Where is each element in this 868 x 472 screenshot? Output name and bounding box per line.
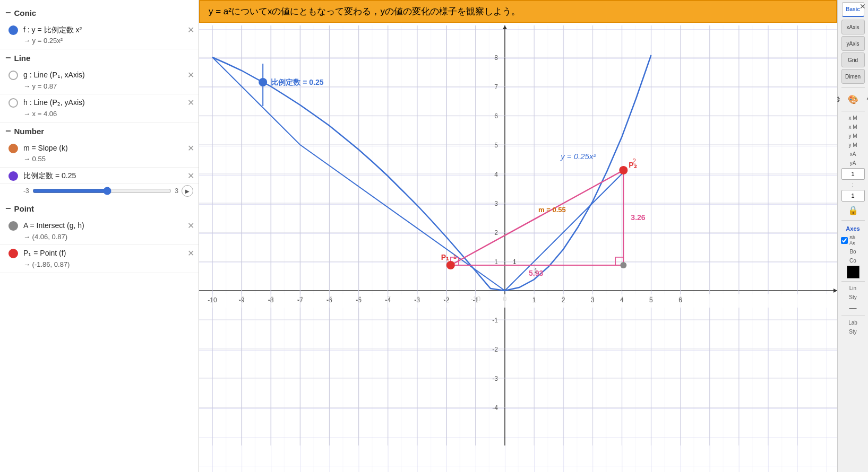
- divider-4: [841, 281, 865, 282]
- content-f: f : y = 比例定数 x² → y = 0.25x²: [23, 24, 193, 47]
- svg-text:3: 3: [494, 200, 498, 207]
- line-label: Line: [14, 54, 31, 63]
- close-P1[interactable]: ✕: [187, 248, 194, 258]
- sublabel-f: → y = 0.25x²: [23, 36, 193, 47]
- section-line[interactable]: − Line: [0, 49, 199, 67]
- slider-ratio-row: -3 3 ▶: [0, 184, 199, 200]
- input-val2[interactable]: [841, 190, 865, 202]
- line-dash-icon: —: [848, 302, 858, 313]
- label-xA: xA: [838, 150, 868, 158]
- divider-1: [841, 87, 865, 88]
- close-ratio[interactable]: ✕: [187, 171, 194, 181]
- tab-xaxis[interactable]: xAxis: [841, 20, 865, 34]
- slider-max: 3: [175, 187, 178, 195]
- dot-g: [8, 71, 18, 80]
- graph-svg[interactable]: -10 0: [199, 0, 837, 472]
- color-box[interactable]: [847, 266, 860, 278]
- main-graph-area[interactable]: y = a²についてxの値にともなって変わる，yの値の変化の様子を観察しよう。 …: [199, 0, 837, 472]
- paint-icon[interactable]: 🎨: [846, 92, 861, 107]
- tab-dimen[interactable]: Dimen: [841, 69, 865, 84]
- point-dash: −: [5, 203, 11, 214]
- svg-text:m = 0.55: m = 0.55: [538, 206, 566, 214]
- label-xmin: x M: [838, 114, 868, 122]
- svg-point-108: [620, 262, 626, 268]
- dot-h: [8, 98, 18, 108]
- close-A[interactable]: ✕: [187, 221, 194, 231]
- label-ymin: y M: [838, 132, 868, 140]
- close-right-panel[interactable]: ✕: [860, 2, 866, 11]
- svg-text:1: 1: [513, 258, 517, 266]
- colon-label: :: [838, 181, 868, 189]
- svg-text:4: 4: [494, 171, 498, 178]
- svg-point-94: [259, 78, 267, 86]
- svg-text:1: 1: [453, 254, 457, 260]
- lab-sty-label: Sty: [838, 328, 868, 336]
- section-conic[interactable]: − Conic: [0, 4, 199, 22]
- close-f[interactable]: ✕: [187, 25, 194, 35]
- left-panel: − Conic f : y = 比例定数 x² → y = 0.25x² ✕ −…: [0, 0, 199, 472]
- label-xmax: x M: [838, 123, 868, 131]
- close-g[interactable]: ✕: [187, 70, 194, 80]
- divider-5: [841, 316, 865, 316]
- label-yA: yA: [838, 159, 868, 167]
- show-axes-label: ShAx: [849, 235, 855, 246]
- input-val1[interactable]: [841, 168, 865, 180]
- tab-grid[interactable]: Grid: [841, 53, 865, 67]
- svg-text:1: 1: [532, 296, 536, 304]
- number-label: Number: [14, 127, 45, 136]
- svg-text:7: 7: [494, 83, 498, 91]
- svg-text:5: 5: [494, 142, 498, 149]
- svg-text:2: 2: [562, 296, 565, 304]
- svg-text:5: 5: [649, 296, 653, 304]
- svg-text:比例定数 = 0.25: 比例定数 = 0.25: [271, 78, 323, 86]
- dot-f: [8, 25, 18, 35]
- svg-text:-1: -1: [492, 317, 498, 324]
- wave-icon[interactable]: ∿: [862, 92, 869, 107]
- banner-text: y = a²についてxの値にともなって変わる，yの値の変化の様子を観察しよう。: [209, 6, 520, 16]
- banner: y = a²についてxの値にともなって変わる，yの値の変化の様子を観察しよう。: [199, 0, 837, 23]
- show-axes-checkbox[interactable]: ShAx: [838, 234, 868, 247]
- close-m[interactable]: ✕: [187, 143, 194, 153]
- content-h: h : Line (P₂, yAxis) → x = 4.06: [23, 97, 193, 119]
- play-button[interactable]: ▶: [182, 185, 193, 197]
- sublabel-m: → 0.55: [23, 154, 193, 165]
- section-point[interactable]: − Point: [0, 200, 199, 217]
- lock-icon[interactable]: 🔒: [846, 203, 861, 217]
- point-label: Point: [14, 204, 35, 213]
- content-m: m = Slope (k) → 0.55: [23, 142, 193, 165]
- svg-text:-3: -3: [492, 375, 498, 382]
- show-axes-input[interactable]: [841, 237, 848, 244]
- content-ratio: 比例定数 = 0.25: [23, 170, 193, 181]
- svg-text:-4: -4: [492, 404, 498, 412]
- svg-text:2: 2: [632, 158, 636, 165]
- number-dash: −: [5, 126, 11, 137]
- conic-dash: −: [5, 7, 11, 19]
- dot-A: [8, 221, 18, 231]
- svg-text:P₁: P₁: [441, 253, 449, 261]
- item-m: m = Slope (k) → 0.55 ✕: [0, 140, 199, 168]
- section-number[interactable]: − Number: [0, 123, 199, 140]
- right-panel: Basic ✕ xAxis yAxis Grid Dimen ⚙ 🎨 ∿ x M…: [837, 0, 868, 472]
- label-P1: P₁ = Point (f): [23, 247, 193, 259]
- dot-m: [8, 144, 18, 153]
- content-g: g : Line (P₁, xAxis) → y = 0.87: [23, 69, 193, 92]
- label-h: h : Line (P₂, yAxis): [23, 97, 193, 108]
- line-dash: −: [5, 53, 11, 64]
- sublabel-h: → x = 4.06: [23, 109, 193, 120]
- svg-rect-1: [199, 25, 837, 472]
- item-A: A = Intersect (g, h) → (4.06, 0.87) ✕: [0, 217, 199, 245]
- divider-2: [841, 111, 865, 111]
- sty-label: Sty: [838, 293, 868, 301]
- svg-text:1: 1: [534, 267, 538, 275]
- bold-label: Bo: [838, 248, 868, 256]
- close-h[interactable]: ✕: [187, 98, 194, 108]
- content-P1: P₁ = Point (f) → (-1.86, 0.87): [23, 247, 193, 270]
- color-label: Co: [838, 257, 868, 265]
- label-ratio: 比例定数 = 0.25: [23, 170, 193, 181]
- svg-text:-2: -2: [492, 346, 498, 353]
- lab-label: Lab: [838, 319, 868, 327]
- ratio-slider[interactable]: [32, 187, 172, 195]
- item-f: f : y = 比例定数 x² → y = 0.25x² ✕: [0, 22, 199, 49]
- sublabel-P1: → (-1.86, 0.87): [23, 259, 193, 270]
- tab-yaxis[interactable]: yAxis: [841, 36, 865, 51]
